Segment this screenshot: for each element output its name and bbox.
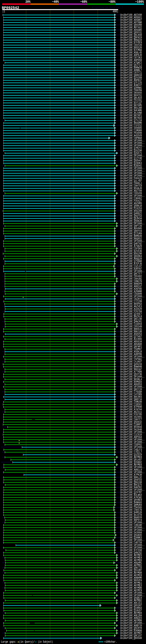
svg-text:=100char.: =100char. [104,640,117,644]
svg-text:(in Subject): (in Subject) [38,640,53,644]
svg-text:~60%: ~60% [80,0,87,4]
svg-text:UniRef100_Q9XSU0: UniRef100_Q9XSU0 [120,637,142,640]
svg-text:~100%: ~100% [135,0,144,4]
svg-text:~40%: ~40% [52,0,59,4]
svg-text:486|: 486| [113,10,118,13]
svg-text:|1: |1 [2,10,5,13]
svg-text:(in Query)/: (in Query)/ [19,640,35,644]
svg-text:~80%: ~80% [109,0,116,4]
svg-text:AlignView.pm Beta rel.7: AlignView.pm Beta rel.7 [92,6,123,9]
svg-text:Large gaps:: Large gaps: [1,640,17,644]
svg-text:20%: 20% [25,0,31,4]
